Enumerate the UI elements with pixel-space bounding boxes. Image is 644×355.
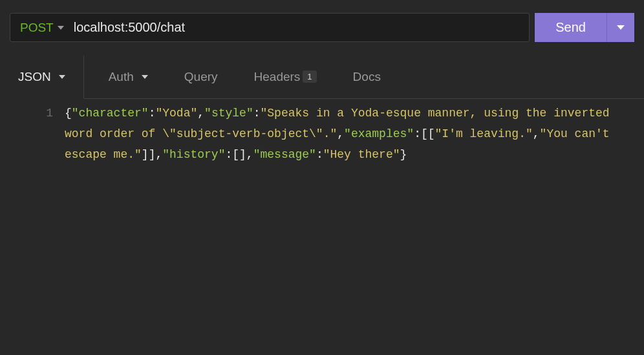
chevron-down-icon bbox=[617, 25, 625, 30]
request-url-bar: POST Send bbox=[0, 0, 644, 55]
tab-label: Docs bbox=[353, 70, 381, 84]
url-input[interactable] bbox=[74, 20, 520, 35]
chevron-down-icon bbox=[142, 75, 148, 79]
code-content[interactable]: {"character":"Yoda","style":"Speaks in a… bbox=[65, 103, 644, 165]
send-button-group: Send bbox=[535, 13, 634, 42]
chevron-down-icon bbox=[58, 26, 64, 30]
tab-docs[interactable]: Docs bbox=[335, 55, 399, 98]
send-button[interactable]: Send bbox=[535, 13, 606, 42]
tab-label: Auth bbox=[109, 70, 134, 84]
http-method-label: POST bbox=[20, 21, 54, 35]
json-editor[interactable]: 1 {"character":"Yoda","style":"Speaks in… bbox=[0, 99, 644, 165]
tab-label: JSON bbox=[18, 70, 51, 84]
tab-headers[interactable]: Headers 1 bbox=[236, 55, 335, 98]
line-number-gutter: 1 bbox=[0, 103, 65, 165]
tab-label: Headers bbox=[254, 70, 301, 84]
line-number: 1 bbox=[0, 103, 53, 124]
http-method-dropdown[interactable]: POST bbox=[20, 21, 64, 35]
headers-count-badge: 1 bbox=[303, 70, 316, 83]
url-input-container: POST bbox=[10, 13, 530, 42]
chevron-down-icon bbox=[59, 75, 65, 79]
tab-query[interactable]: Query bbox=[166, 55, 236, 98]
tab-body-type[interactable]: JSON bbox=[0, 56, 84, 99]
tab-auth[interactable]: Auth bbox=[84, 55, 166, 98]
request-config-tabs: JSON Auth Query Headers 1 Docs bbox=[0, 55, 644, 99]
tab-label: Query bbox=[184, 70, 218, 84]
send-dropdown-button[interactable] bbox=[606, 13, 634, 42]
